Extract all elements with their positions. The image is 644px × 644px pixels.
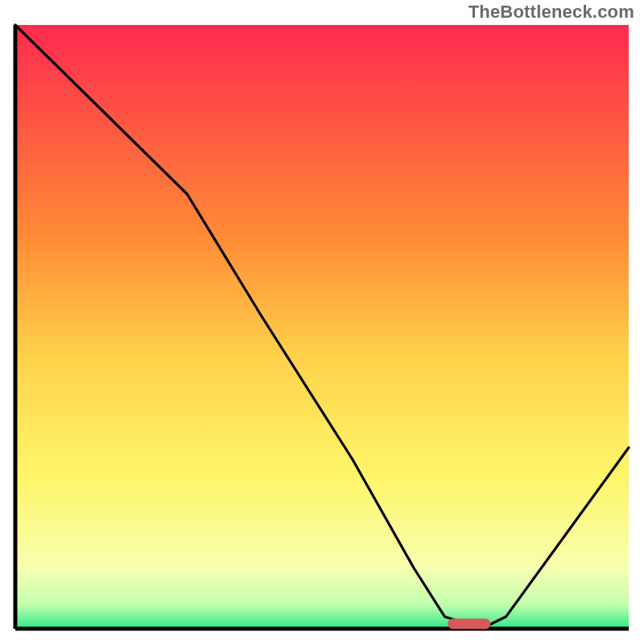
optimum-marker xyxy=(448,619,490,630)
chart-area xyxy=(13,23,631,631)
watermark-text: TheBottleneck.com xyxy=(469,2,634,23)
chart-svg xyxy=(13,23,631,631)
